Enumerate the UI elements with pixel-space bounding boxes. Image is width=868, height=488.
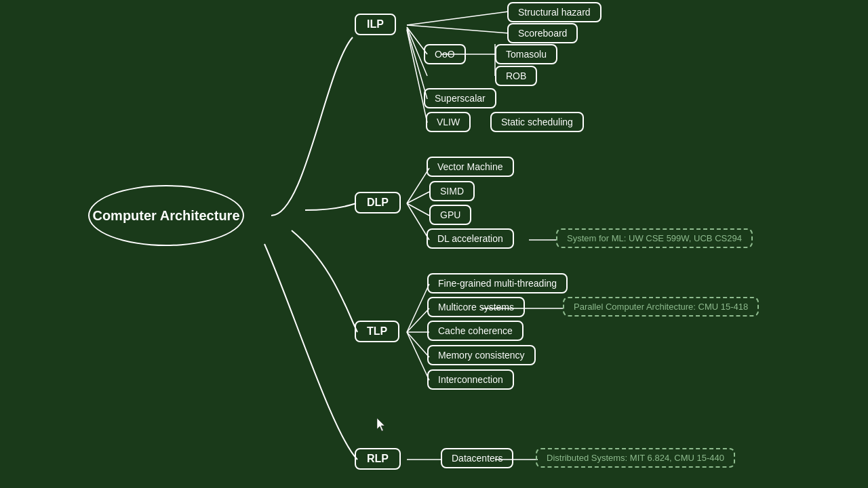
svg-line-8 — [407, 168, 429, 203]
svg-line-14 — [407, 308, 429, 332]
svg-marker-21 — [377, 418, 384, 431]
node-computer-architecture: Computer Architecture — [88, 185, 244, 246]
node-dl-acceleration: DL acceleration — [427, 228, 514, 249]
node-vector-machine: Vector Machine — [427, 157, 514, 177]
node-rlp: RLP — [355, 448, 401, 470]
node-tomasolu: Tomasolu — [495, 44, 557, 64]
node-ilp: ILP — [355, 14, 396, 35]
svg-line-18 — [407, 332, 429, 380]
svg-line-9 — [407, 192, 429, 203]
node-cache-coherence: Cache coherence — [427, 321, 524, 341]
node-superscalar: Superscalar — [424, 88, 496, 108]
node-interconnection: Interconnection — [427, 369, 514, 390]
node-vliw: VLIW — [426, 112, 471, 132]
node-memory-consistency: Memory consistency — [427, 345, 536, 365]
node-structural-hazard: Structural hazard — [507, 2, 601, 22]
node-dlp: DLP — [355, 192, 401, 214]
node-fine-grained: Fine-grained multi-threading — [427, 273, 568, 293]
svg-line-6 — [407, 28, 427, 99]
svg-line-17 — [407, 332, 429, 357]
node-static-scheduling: Static scheduling — [490, 112, 584, 132]
node-system-ml: System for ML: UW CSE 599W, UCB CS294 — [556, 228, 753, 248]
node-parallel-arch: Parallel Computer Architecture: CMU 15-4… — [563, 297, 759, 317]
node-datacenters: Datacenters — [441, 448, 513, 468]
node-distributed-systems: Distributed Systems: MIT 6.824, CMU 15-4… — [536, 448, 735, 468]
node-scoreboard: Scoreboard — [507, 23, 578, 43]
svg-line-7 — [407, 30, 427, 123]
node-multicore: Multicore systems — [427, 297, 525, 317]
svg-line-0 — [407, 12, 509, 25]
svg-line-1 — [407, 25, 509, 33]
node-tlp: TLP — [355, 321, 399, 342]
svg-line-10 — [407, 203, 429, 216]
node-simd: SIMD — [429, 181, 475, 201]
node-ooo: OoO — [424, 44, 466, 64]
node-gpu: GPU — [429, 205, 471, 225]
node-rob: ROB — [495, 66, 537, 86]
svg-line-13 — [407, 284, 429, 332]
